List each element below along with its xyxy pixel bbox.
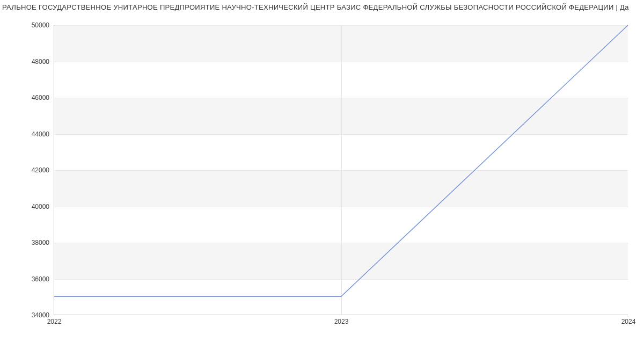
y-tick-label: 48000 [6,59,49,65]
y-tick-label: 38000 [6,239,49,246]
y-tick-label: 50000 [6,22,49,28]
data-line [54,25,628,296]
x-tick-label: 2022 [47,318,62,325]
y-tick-label: 44000 [6,131,49,137]
chart-container: 202220232024 340003600038000400004200044… [0,12,644,334]
plot-area: 202220232024 [54,25,628,315]
y-tick-label: 46000 [6,94,49,101]
y-tick-label: 40000 [6,203,49,210]
line-svg [54,25,628,315]
y-tick-label: 36000 [6,276,49,282]
x-tick-label: 2024 [621,318,636,325]
x-tick-label: 2023 [334,318,349,325]
chart-title: РАЛЬНОЕ ГОСУДАРСТВЕННОЕ УНИТАРНОЕ ПРЕДПР… [0,0,644,12]
y-tick-label: 42000 [6,167,49,173]
y-tick-label: 34000 [6,312,49,318]
